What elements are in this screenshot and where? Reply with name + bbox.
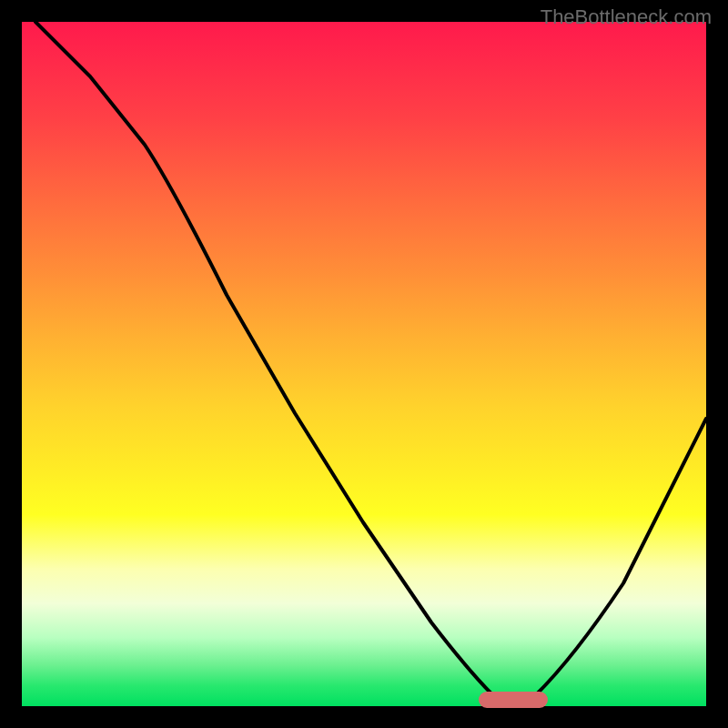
watermark-text: TheBottleneck.com (541, 5, 712, 29)
chart-plot-area (22, 22, 706, 706)
chart-background-gradient (22, 22, 706, 706)
optimal-range-marker (479, 692, 548, 708)
